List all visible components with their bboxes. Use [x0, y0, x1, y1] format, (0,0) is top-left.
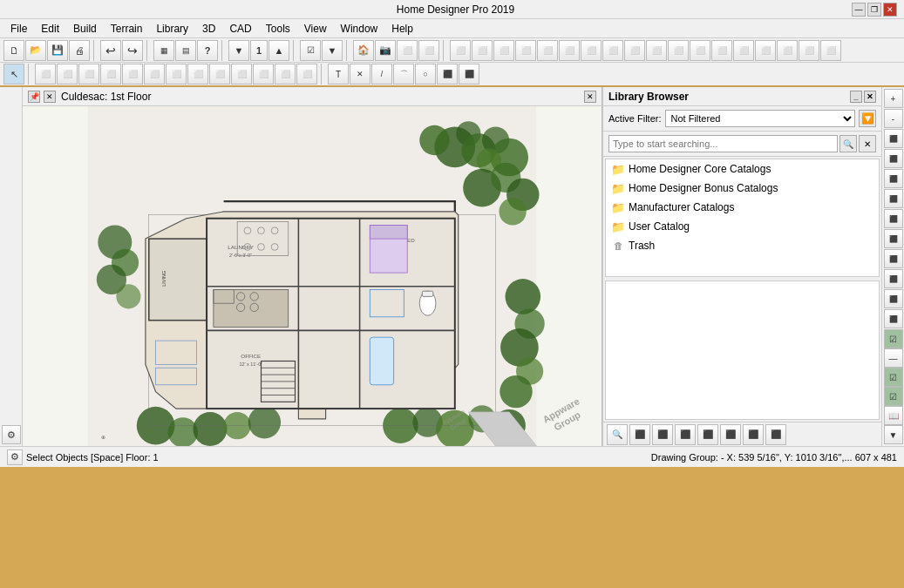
tool4[interactable]: ⬜ — [515, 40, 536, 61]
left-tool-settings[interactable]: ⚙ — [2, 425, 21, 444]
t2-btn5[interactable]: ⬜ — [122, 64, 143, 84]
search-clear-button[interactable]: ✕ — [859, 135, 876, 152]
t2-btn17[interactable]: ⌒ — [393, 64, 414, 84]
t2-btn15[interactable]: ✕ — [350, 64, 370, 84]
right-book[interactable]: 📖 — [884, 406, 903, 425]
tool17[interactable]: ⬜ — [799, 40, 819, 61]
menu-file[interactable]: File — [3, 21, 34, 37]
filter-icon[interactable]: 🔽 — [859, 110, 876, 127]
search-input[interactable] — [608, 135, 838, 152]
menu-help[interactable]: Help — [384, 21, 420, 37]
redo-btn[interactable]: ↪ — [122, 40, 143, 61]
t2-btn4[interactable]: ⬜ — [100, 64, 121, 84]
t2-btn9[interactable]: ⬜ — [209, 64, 230, 84]
plan-view-btn[interactable]: ▦ — [153, 40, 174, 61]
menu-tools[interactable]: Tools — [259, 21, 297, 37]
right-info[interactable]: ⬛ — [884, 269, 903, 288]
library-item-user[interactable]: 📁 User Catalog — [606, 217, 879, 236]
right-dash[interactable]: — — [884, 348, 903, 368]
floor-up-btn[interactable]: ▲ — [268, 40, 289, 61]
t2-btn1[interactable]: ⬜ — [35, 64, 56, 84]
right-more[interactable]: ▼ — [884, 425, 903, 444]
t2-btn19[interactable]: ⬛ — [437, 64, 458, 84]
library-item-trash[interactable]: 🗑 Trash — [606, 236, 879, 255]
t2-btn16[interactable]: / — [371, 64, 392, 84]
lib-btn3[interactable]: ⬛ — [652, 424, 673, 445]
right-select[interactable]: ⬛ — [884, 249, 903, 268]
t2-btn11[interactable]: ⬜ — [253, 64, 274, 84]
check-btn[interactable]: ☑ — [300, 40, 321, 61]
library-item-core[interactable]: 📁 Home Designer Core Catalogs — [606, 159, 879, 179]
right-check3[interactable]: ☑ — [884, 387, 903, 406]
right-zoom-out[interactable]: - — [884, 109, 903, 128]
undo-btn[interactable]: ↩ — [100, 40, 121, 61]
select-tool-btn[interactable]: ↖ — [3, 64, 24, 84]
menu-terrain[interactable]: Terrain — [104, 21, 150, 37]
t2-btn20[interactable]: ⬛ — [459, 64, 479, 84]
floor-down-btn[interactable]: ▼ — [228, 40, 249, 61]
lib-btn5[interactable]: ⬛ — [697, 424, 718, 445]
tool11[interactable]: ⬜ — [668, 40, 689, 61]
print-btn[interactable]: 🖨 — [69, 40, 90, 61]
drawing-panel-pin[interactable]: 📌 — [28, 91, 40, 103]
t2-btn2[interactable]: ⬜ — [57, 64, 78, 84]
tool7[interactable]: ⬜ — [581, 40, 602, 61]
right-rotate[interactable]: ⬛ — [884, 229, 903, 248]
right-check2[interactable]: ☑ — [884, 368, 903, 387]
home-3d-btn[interactable]: 🏠 — [353, 40, 374, 61]
lib-btn1[interactable]: 🔍 — [607, 424, 628, 445]
tool16[interactable]: ⬜ — [777, 40, 798, 61]
tool3[interactable]: ⬜ — [493, 40, 514, 61]
right-pan[interactable]: ⬛ — [884, 209, 903, 228]
menu-build[interactable]: Build — [66, 21, 104, 37]
library-min-btn[interactable]: _ — [850, 91, 862, 103]
library-item-bonus[interactable]: 📁 Home Designer Bonus Catalogs — [606, 179, 879, 198]
3d-btn2[interactable]: ⬜ — [418, 40, 439, 61]
menu-edit[interactable]: Edit — [34, 21, 66, 37]
lib-btn6[interactable]: ⬛ — [720, 424, 741, 445]
tool5[interactable]: ⬜ — [537, 40, 558, 61]
lib-btn2[interactable]: ⬛ — [629, 424, 650, 445]
menu-3d[interactable]: 3D — [195, 21, 222, 37]
tool13[interactable]: ⬜ — [711, 40, 732, 61]
library-item-manufacturer[interactable]: 📁 Manufacturer Catalogs — [606, 198, 879, 217]
tool12[interactable]: ⬜ — [690, 40, 710, 61]
right-next[interactable]: ⬛ — [884, 189, 903, 208]
tool6[interactable]: ⬜ — [559, 40, 580, 61]
t2-btn10[interactable]: ⬜ — [231, 64, 252, 84]
right-check1[interactable]: ☑ — [884, 329, 903, 348]
t2-btn14[interactable]: T — [328, 64, 349, 84]
drawing-canvas[interactable]: LIVING LAUNDRY 2'-6"x 3'-0" — [23, 106, 602, 446]
right-zoom-in[interactable]: + — [884, 89, 903, 108]
lib-btn4[interactable]: ⬛ — [675, 424, 696, 445]
tool1[interactable]: ⬜ — [450, 40, 471, 61]
t2-btn3[interactable]: ⬜ — [78, 64, 99, 84]
right-prev[interactable]: ⬛ — [884, 169, 903, 188]
new-btn[interactable]: 🗋 — [3, 40, 24, 61]
right-layers[interactable]: ⬛ — [884, 289, 903, 308]
lib-btn7[interactable]: ⬛ — [743, 424, 764, 445]
drawing-close-x[interactable]: ✕ — [584, 91, 596, 103]
t2-btn13[interactable]: ⬜ — [296, 64, 317, 84]
view-btn2[interactable]: ▤ — [175, 40, 196, 61]
t2-btn6[interactable]: ⬜ — [144, 64, 165, 84]
tool10[interactable]: ⬜ — [646, 40, 667, 61]
tool8[interactable]: ⬜ — [602, 40, 623, 61]
menu-library[interactable]: Library — [149, 21, 195, 37]
tool15[interactable]: ⬜ — [755, 40, 776, 61]
open-btn[interactable]: 📂 — [25, 40, 46, 61]
menu-window[interactable]: Window — [334, 21, 385, 37]
lib-btn8[interactable]: ⬛ — [765, 424, 786, 445]
drawing-panel-close[interactable]: ✕ — [44, 91, 56, 103]
t2-btn7[interactable]: ⬜ — [166, 64, 187, 84]
status-gear[interactable]: ⚙ — [7, 449, 23, 465]
tool18[interactable]: ⬜ — [820, 40, 841, 61]
right-props[interactable]: ⬛ — [884, 309, 903, 328]
help-btn[interactable]: ? — [197, 40, 218, 61]
library-close-btn[interactable]: ✕ — [864, 91, 876, 103]
minimize-button[interactable]: — — [852, 3, 866, 17]
menu-view[interactable]: View — [297, 21, 334, 37]
t2-btn12[interactable]: ⬜ — [275, 64, 296, 84]
tool2[interactable]: ⬜ — [472, 40, 493, 61]
close-button[interactable]: ✕ — [883, 3, 897, 17]
